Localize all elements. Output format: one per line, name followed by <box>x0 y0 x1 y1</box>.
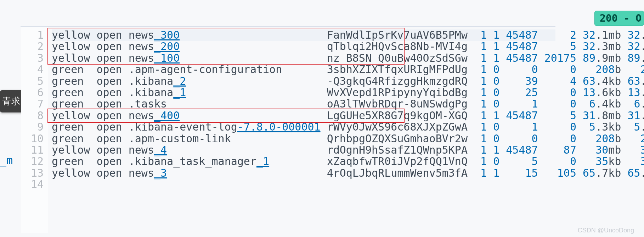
index-link[interactable]: _100 <box>154 52 180 64</box>
line-number: 4 <box>21 64 44 75</box>
line-number: 13 <box>21 167 44 179</box>
output-line: greenopen.apm-agent-configuration 3sbhXZ… <box>52 64 555 75</box>
line-number-gutter: 1234567891011121314 <box>21 27 48 233</box>
line-number: 3 <box>21 53 44 64</box>
watermark: CSDN @UncoDong <box>578 227 634 234</box>
output-line: yellowopennews_400 LgGUHe5XR8G7q9kgOM-XG… <box>52 110 555 121</box>
index-link[interactable]: -7.8.0-000001 <box>237 121 321 133</box>
line-number: 11 <box>21 144 44 156</box>
line-number: 7 <box>21 98 44 110</box>
index-link[interactable]: _200 <box>154 40 180 53</box>
output-line: greenopen.tasks oA3lTWvbRDqr-8uNSwdgPg10… <box>52 98 555 110</box>
line-number: 6 <box>21 87 44 98</box>
output-line: yellowopennews_300 FanWdlIpSrKv7uAV6B5PM… <box>52 29 555 41</box>
output-line: yellowopennews_200 qTblqi2HQvSca8Nb-MVI4… <box>52 41 555 52</box>
index-link[interactable]: _1 <box>173 86 186 99</box>
line-number: 10 <box>21 133 44 144</box>
index-link[interactable]: _2 <box>173 75 186 87</box>
index-link[interactable]: _1 <box>256 155 269 167</box>
response-status-badge[interactable]: 200 - O <box>594 11 644 26</box>
line-number: 1 <box>21 29 44 41</box>
response-body[interactable]: yellowopennews_300 FanWdlIpSrKv7uAV6B5PM… <box>48 27 555 233</box>
index-link[interactable]: _4 <box>154 144 167 156</box>
response-editor[interactable]: 1234567891011121314 yellowopennews_300 F… <box>21 26 555 27</box>
line-number: 14 <box>21 179 44 190</box>
output-line: greenopen.kibana_task_manager_1 xZaqbfwT… <box>52 156 555 167</box>
output-line <box>52 179 555 190</box>
line-number: 9 <box>21 121 44 133</box>
tooltip-text: 青求 <box>2 96 21 106</box>
output-line: yellowopennews_100 nz_B8SN_Q0uBw40OzSdSG… <box>52 53 555 64</box>
line-number: 12 <box>21 156 44 167</box>
output-line: greenopen.kibana_1 WvXVepd1RPipynyYqibdB… <box>52 87 555 98</box>
output-line: greenopen.kibana-event-log-7.8.0-000001 … <box>52 121 555 133</box>
line-number: 2 <box>21 41 44 52</box>
output-line: greenopen.apm-custom-link QrhbpgOZQXSuGm… <box>52 133 555 144</box>
line-number: 8 <box>21 110 44 121</box>
line-number: 5 <box>21 76 44 87</box>
output-line: yellowopennews_3 4rOqLJbqRLummWenv5m3fA1… <box>52 167 555 179</box>
index-link[interactable]: _400 <box>154 109 180 122</box>
index-link[interactable]: _300 <box>154 29 180 41</box>
left-editor-fragment: _m <box>0 154 13 166</box>
output-line: greenopen.kibana_2 -Q3gkqG4RfizggHkmzgdR… <box>52 76 555 87</box>
index-link[interactable]: _3 <box>154 167 167 179</box>
status-badge-text: 200 - O <box>600 12 642 24</box>
output-line: yellowopennews_4 rdOgnH9hSsafZ1QWnp5KPA1… <box>52 144 555 156</box>
